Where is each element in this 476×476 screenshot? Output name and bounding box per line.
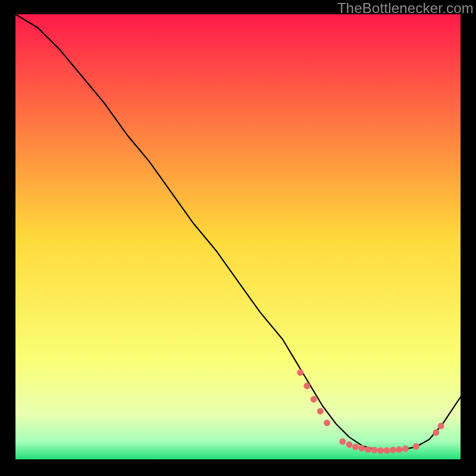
highlight-point bbox=[402, 446, 409, 452]
highlight-point bbox=[311, 396, 317, 403]
highlight-point bbox=[396, 446, 402, 453]
highlight-point bbox=[365, 446, 371, 453]
highlight-point bbox=[324, 419, 330, 426]
highlight-point bbox=[339, 439, 346, 445]
highlight-point bbox=[433, 430, 439, 436]
highlight-point bbox=[413, 443, 419, 450]
highlight-point bbox=[390, 447, 396, 453]
chart-frame bbox=[15, 14, 461, 459]
highlight-point bbox=[377, 447, 384, 454]
highlight-point bbox=[317, 408, 324, 415]
highlight-point bbox=[303, 383, 310, 389]
highlight-point bbox=[438, 422, 444, 429]
gradient-background bbox=[15, 14, 461, 459]
highlight-point bbox=[371, 447, 377, 453]
bottleneck-chart bbox=[15, 14, 461, 459]
highlight-point bbox=[358, 445, 365, 452]
highlight-point bbox=[383, 447, 390, 454]
highlight-point bbox=[352, 444, 359, 450]
highlight-point bbox=[297, 369, 303, 376]
watermark-text: TheBottlenecker.com bbox=[337, 0, 474, 17]
highlight-point bbox=[346, 441, 353, 448]
